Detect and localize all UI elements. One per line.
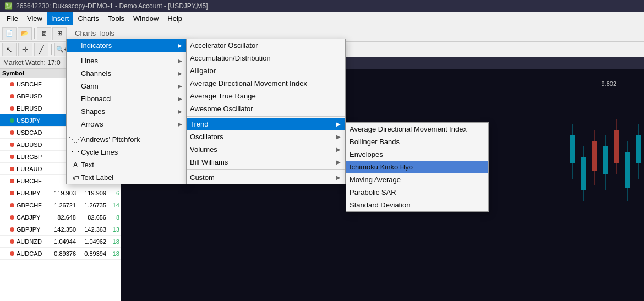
menu-cycle-lines[interactable]: ⋮⋮ Cycle Lines — [67, 146, 187, 158]
custom-label: Custom — [190, 173, 215, 182]
volumes-arrow: ▶ — [336, 146, 341, 152]
menu-arrows[interactable]: Arrows ▶ — [67, 118, 187, 130]
dropdown-overlay: Indicators ▶ Lines ▶ Channels ▶ Gann ▶ F… — [0, 0, 644, 301]
arrows-label: Arrows — [81, 120, 103, 128]
indicators-submenu: Accelerator Oscillator Accumulation/Dist… — [186, 39, 346, 184]
trend-parabolic[interactable]: Parabolic SAR — [346, 186, 488, 199]
fibonacci-arrow: ▶ — [178, 96, 182, 102]
text-label-icon: 🏷 — [70, 174, 81, 181]
channels-label: Channels — [81, 69, 111, 78]
accumulation-label: Accumulation/Distribution — [190, 54, 271, 62]
cycle-label: Cycle Lines — [81, 148, 118, 156]
gann-label: Gann — [81, 82, 99, 90]
trend-envelopes[interactable]: Envelopes — [346, 148, 488, 161]
lines-arrow: ▶ — [178, 58, 182, 64]
custom-arrow: ▶ — [336, 174, 341, 180]
awesome-label: Awesome Oscillator — [190, 105, 253, 113]
pitchfork-label: Andrews' Pitchfork — [81, 135, 140, 144]
trend-stddev[interactable]: Standard Deviation — [346, 199, 488, 211]
text-label-item-label: Text Label — [81, 173, 113, 182]
trend-ma[interactable]: Moving Average — [346, 173, 488, 186]
indicator-bill-williams[interactable]: Bill Williams ▶ — [187, 156, 345, 168]
lines-label: Lines — [81, 57, 98, 65]
sep-ind1 — [187, 116, 345, 117]
accelerator-label: Accelerator Oscillator — [190, 41, 258, 50]
menu-gann[interactable]: Gann ▶ — [67, 80, 187, 92]
trend-arrow: ▶ — [336, 121, 341, 127]
indicator-volumes[interactable]: Volumes ▶ — [187, 143, 345, 156]
menu-andrews-pitchfork[interactable]: ⋱⋰ Andrews' Pitchfork — [67, 133, 187, 146]
oscillators-label: Oscillators — [190, 133, 223, 141]
arrows-arrow: ▶ — [178, 121, 182, 127]
indicator-custom[interactable]: Custom ▶ — [187, 171, 345, 184]
trend-submenu: Average Directional Movement Index Bolli… — [346, 122, 489, 212]
trend-admi-label: Average Directional Movement Index — [350, 125, 467, 133]
shapes-arrow: ▶ — [178, 108, 182, 114]
menu-fibonacci[interactable]: Fibonacci ▶ — [67, 92, 187, 105]
indicator-admi[interactable]: Average Directional Movement Index — [187, 77, 345, 90]
trend-envelopes-label: Envelopes — [350, 150, 383, 158]
trend-ma-label: Moving Average — [350, 176, 401, 184]
insert-dropdown: Indicators ▶ Lines ▶ Channels ▶ Gann ▶ F… — [66, 39, 187, 184]
menu-shapes[interactable]: Shapes ▶ — [67, 105, 187, 118]
trend-bollinger[interactable]: Bollinger Bands — [346, 135, 488, 148]
menu-lines[interactable]: Lines ▶ — [67, 54, 187, 67]
indicator-alligator[interactable]: Alligator — [187, 64, 345, 77]
trend-ichimoku[interactable]: Ichimoku Kinko Hyo — [346, 161, 488, 173]
trend-label: Trend — [190, 120, 208, 128]
alligator-label: Alligator — [190, 67, 216, 75]
indicator-accumulation[interactable]: Accumulation/Distribution — [187, 52, 345, 64]
volumes-label: Volumes — [190, 145, 217, 154]
sep-before-pitchfork — [67, 132, 187, 132]
bill-williams-label: Bill Williams — [190, 158, 228, 166]
trend-bollinger-label: Bollinger Bands — [350, 138, 400, 146]
text-icon: A — [70, 161, 81, 169]
cycle-icon: ⋮⋮ — [70, 149, 81, 156]
channels-arrow: ▶ — [178, 70, 182, 76]
fibonacci-label: Fibonacci — [81, 95, 112, 103]
menu-text[interactable]: A Text — [67, 158, 187, 171]
indicator-oscillators[interactable]: Oscillators ▶ — [187, 130, 345, 143]
indicators-arrow: ▶ — [178, 42, 182, 48]
trend-parabolic-label: Parabolic SAR — [350, 188, 396, 196]
text-label: Text — [81, 161, 94, 169]
trend-admi[interactable]: Average Directional Movement Index — [346, 123, 488, 135]
menu-channels[interactable]: Channels ▶ — [67, 67, 187, 80]
trend-ichimoku-label: Ichimoku Kinko Hyo — [350, 163, 413, 171]
trend-stddev-label: Standard Deviation — [350, 201, 411, 209]
shapes-label: Shapes — [81, 107, 105, 116]
sep-after-indicators — [67, 53, 187, 53]
admi-label: Average Directional Movement Index — [190, 79, 307, 87]
menu-indicators[interactable]: Indicators ▶ — [67, 39, 187, 52]
indicator-trend[interactable]: Trend ▶ — [187, 118, 345, 130]
bill-williams-arrow: ▶ — [336, 159, 341, 165]
indicator-atr[interactable]: Average True Range — [187, 90, 345, 102]
menu-text-label[interactable]: 🏷 Text Label — [67, 171, 187, 184]
indicator-accelerator[interactable]: Accelerator Oscillator — [187, 39, 345, 52]
indicators-label: Indicators — [81, 41, 112, 50]
oscillators-arrow: ▶ — [336, 134, 341, 140]
atr-label: Average True Range — [190, 92, 256, 100]
indicator-awesome[interactable]: Awesome Oscillator — [187, 102, 345, 115]
gann-arrow: ▶ — [178, 83, 182, 89]
sep-ind2 — [187, 169, 345, 170]
pitchfork-icon: ⋱⋰ — [70, 136, 81, 144]
